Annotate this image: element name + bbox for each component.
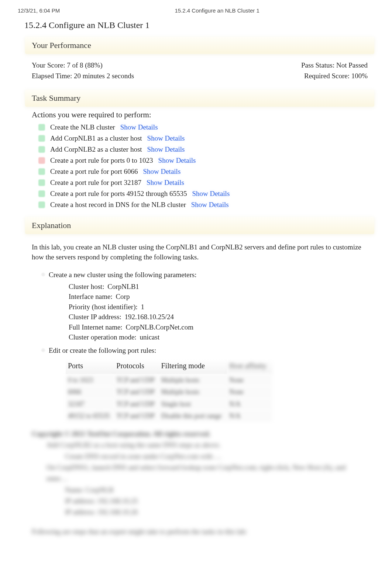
required-score-line: Required Score: 100% (301, 70, 368, 81)
show-details-link[interactable]: Show Details (143, 168, 180, 176)
cluster-params: Cluster host: CorpNLB1 Interface name: C… (69, 282, 368, 342)
table-row: 49152 to 65535 TCP and UDP Disable this … (66, 410, 272, 422)
status-pass-icon (38, 124, 45, 131)
performance-panel: Your Score: 7 of 8 (88%) Elapsed Time: 2… (25, 58, 374, 90)
show-details-link[interactable]: Show Details (147, 179, 184, 187)
pass-status-line: Pass Status: Not Passed (301, 60, 368, 70)
obscured-content: Copyright © 2021 TestOut Corporation. Al… (32, 428, 368, 538)
status-pass-icon (38, 135, 45, 142)
print-timestamp: 12/3/21, 6:04 PM (18, 7, 60, 14)
task-summary-heading: Task Summary (25, 90, 374, 107)
task-text: Add CorpNLB1 as a cluster host (50, 134, 142, 142)
col-affinity: Host affinity (227, 359, 272, 374)
task-row: Create a port rule for ports 0 to 1023 S… (38, 155, 374, 166)
col-ports: Ports (66, 359, 114, 374)
task-row: Add CorpNLB2 as a cluster host Show Deta… (38, 144, 374, 155)
status-pass-icon (38, 146, 45, 153)
task-summary-subheading: Actions you were required to perform: (32, 110, 374, 120)
task-text: Add CorpNLB2 as a cluster host (50, 145, 142, 154)
elapsed-line: Elapsed Time: 20 minutes 2 seconds (32, 70, 134, 81)
show-details-link[interactable]: Show Details (120, 123, 158, 131)
status-pass-icon (38, 168, 45, 175)
table-row: 32187 TCP and UDP Single host N/A (66, 398, 272, 410)
table-row: 6066 TCP and UDP Multiple hosts None (66, 386, 272, 398)
task-text: Create a port rule for ports 49152 throu… (50, 190, 187, 198)
port-rules-table: Ports Protocols Filtering mode Host affi… (66, 359, 272, 421)
task-row: Create a host record in DNS for the NLB … (38, 199, 374, 210)
task-row: Create a port rule for ports 49152 throu… (38, 188, 374, 199)
task-row: Create a port rule for port 32187 Show D… (38, 177, 374, 188)
page-title: 15.2.4 Configure an NLB Cluster 1 (24, 20, 374, 30)
show-details-link[interactable]: Show Details (147, 145, 185, 154)
status-pass-icon (38, 201, 45, 208)
task-text: Create a port rule for port 6066 (50, 168, 138, 176)
table-row: 0 to 1023 TCP and UDP Multiple hosts Non… (66, 374, 272, 386)
task-list: Create the NLB cluster Show Details Add … (38, 122, 374, 210)
col-filtering: Filtering mode (159, 359, 227, 374)
task-text: Create the NLB cluster (50, 123, 115, 131)
status-pass-icon (38, 190, 45, 197)
task-text: Create a port rule for ports 0 to 1023 (50, 156, 153, 165)
task-text: Create a port rule for port 32187 (50, 179, 141, 187)
explanation-heading: Explanation (25, 217, 374, 234)
print-header: 12/3/21, 6:04 PM 15.2.4 Configure an NLB… (18, 7, 374, 14)
task-text: Create a host record in DNS for the NLB … (50, 201, 186, 209)
show-details-link[interactable]: Show Details (147, 134, 185, 142)
show-details-link[interactable]: Show Details (158, 156, 196, 165)
step-create-cluster: Create a new cluster using the following… (41, 270, 368, 342)
col-protocols: Protocols (114, 359, 159, 374)
task-row: Create the NLB cluster Show Details (38, 122, 374, 133)
task-row: Create a port rule for port 6066 Show De… (38, 166, 374, 177)
explanation-body: In this lab, you create an NLB cluster u… (25, 238, 374, 537)
performance-heading: Your Performance (25, 37, 374, 54)
explanation-intro: In this lab, you create an NLB cluster u… (32, 242, 368, 262)
show-details-link[interactable]: Show Details (191, 201, 229, 209)
show-details-link[interactable]: Show Details (192, 190, 230, 198)
step-port-rules: Edit or create the following port rules:… (41, 345, 368, 422)
task-row: Add CorpNLB1 as a cluster host Show Deta… (38, 133, 374, 144)
status-fail-icon (38, 157, 45, 164)
status-pass-icon (38, 179, 45, 186)
score-line: Your Score: 7 of 8 (88%) (32, 60, 134, 70)
print-title: 15.2.4 Configure an NLB Cluster 1 (60, 7, 374, 14)
